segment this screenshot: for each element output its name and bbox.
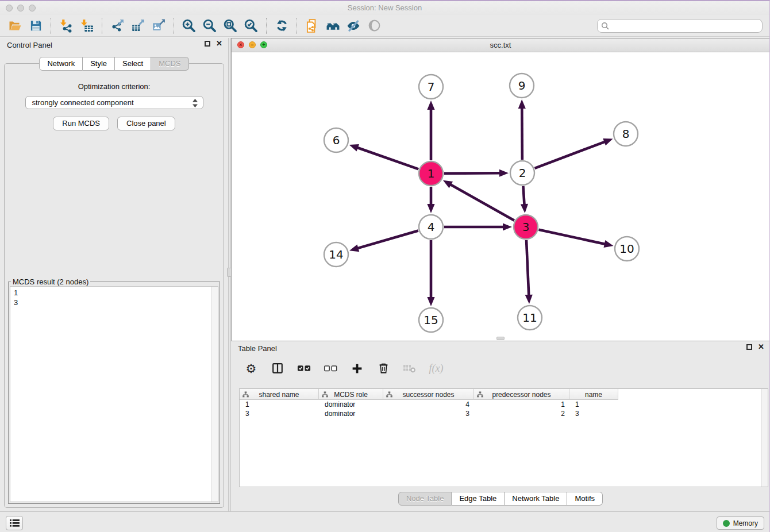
mcds-result-group: MCDS result (2 nodes) 1 3 (8, 277, 220, 504)
select-all-columns-button[interactable] (297, 360, 311, 377)
import-table-button[interactable] (76, 17, 97, 35)
import-network-icon (59, 18, 74, 33)
table-cell[interactable]: 3 (240, 410, 319, 418)
float-panel-icon[interactable] (205, 41, 210, 47)
graph-edge-arrowhead (525, 295, 533, 304)
zoom-selected-button[interactable] (241, 17, 261, 35)
graph-edge-3-11[interactable] (526, 240, 529, 296)
table-scrollbar[interactable] (761, 389, 768, 487)
plus-icon (351, 363, 363, 375)
first-neighbors-button[interactable] (322, 17, 343, 35)
export-network-button[interactable] (107, 17, 128, 35)
graph-edge-arrowhead (603, 138, 613, 145)
tab-style[interactable]: Style (83, 57, 115, 71)
zoom-in-icon (182, 18, 197, 33)
column-header-name[interactable]: name (569, 389, 618, 400)
save-session-button[interactable] (25, 17, 46, 35)
network-view-title: scc.txt (232, 41, 769, 49)
table-cell[interactable]: dominator (319, 400, 383, 408)
column-header-mcds-role[interactable]: MCDS role (319, 389, 383, 400)
search-input[interactable] (597, 19, 763, 33)
graph-edge-3-1[interactable] (449, 184, 514, 221)
memory-button[interactable]: Memory (717, 516, 764, 530)
export-image-button[interactable] (148, 17, 169, 35)
network-graph[interactable]: 7968124314101511 (232, 52, 769, 341)
graph-node-label-3: 3 (522, 220, 530, 234)
graph-edge-2-9[interactable] (522, 107, 522, 160)
function-builder-button[interactable]: f(x) (429, 360, 444, 377)
table-cell[interactable]: 3 (569, 410, 618, 418)
delete-table-button[interactable] (402, 360, 417, 377)
graph-edge-3-10[interactable] (538, 230, 606, 244)
show-all-button[interactable] (364, 17, 384, 35)
toggle-columns-button[interactable] (270, 360, 285, 377)
trash-icon (378, 362, 390, 375)
graph-edge-2-8[interactable] (535, 141, 606, 168)
graph-node-label-11: 11 (522, 311, 537, 325)
zoom-selected-icon (244, 18, 259, 33)
memory-label: Memory (733, 519, 758, 527)
column-header-predecessor-nodes[interactable]: predecessor nodes (474, 389, 569, 400)
close-panel-icon[interactable]: ✕ (216, 41, 222, 47)
zoom-in-button[interactable] (179, 17, 199, 35)
graph-edge-arrowhead (349, 244, 359, 252)
table-cell[interactable]: 1 (240, 400, 319, 408)
unselect-all-columns-button[interactable] (323, 360, 338, 377)
graph-edge-arrowhead (427, 297, 434, 306)
column-header-label: successor nodes (402, 391, 454, 399)
close-panel-button[interactable]: Close panel (117, 117, 175, 130)
import-network-button[interactable] (56, 17, 76, 35)
task-history-button[interactable] (6, 516, 23, 530)
dropdown-arrows-icon (192, 99, 198, 107)
graph-node-label-15: 15 (424, 313, 438, 327)
tab-mcds[interactable]: MCDS (151, 57, 188, 71)
graph-edge-arrowhead (604, 240, 614, 248)
task-list-icon (9, 519, 20, 527)
tab-node-table[interactable]: Node Table (398, 492, 452, 506)
criterion-dropdown[interactable]: strongly connected component (25, 96, 203, 109)
graph-edge-2-3[interactable] (523, 186, 524, 206)
canvas-splitter-grip[interactable] (496, 337, 505, 340)
zoom-out-button[interactable] (199, 17, 220, 35)
table-cell[interactable]: 1 (569, 400, 618, 408)
tab-edge-table[interactable]: Edge Table (452, 492, 505, 506)
delete-columns-button[interactable] (376, 360, 391, 377)
table-mode-button[interactable]: ⚙ (244, 360, 259, 377)
table-cell[interactable]: 1 (474, 400, 569, 408)
graph-edge-arrowhead (349, 144, 359, 151)
graph-edge-1-2[interactable] (444, 173, 501, 174)
zoom-fit-button[interactable] (220, 17, 241, 35)
graph-edge-4-14[interactable] (357, 230, 418, 248)
float-table-panel-icon[interactable] (746, 344, 752, 350)
export-table-button[interactable] (128, 17, 148, 35)
refresh-layout-button[interactable] (271, 17, 292, 35)
result-scrollbar[interactable] (211, 287, 218, 502)
export-table-icon (131, 18, 145, 33)
table-cell[interactable]: 4 (383, 400, 474, 408)
tab-select[interactable]: Select (115, 57, 151, 71)
column-header-successor-nodes[interactable]: successor nodes (383, 389, 474, 400)
table-row[interactable]: 3dominator323 (240, 409, 768, 418)
graph-node-label-2: 2 (519, 166, 526, 180)
network-window-titlebar: × − + scc.txt (232, 38, 769, 52)
graph-edge-1-6[interactable] (356, 147, 418, 169)
table-cell[interactable]: 2 (474, 410, 569, 418)
tab-network-table[interactable]: Network Table (505, 492, 567, 506)
create-column-button[interactable] (349, 360, 364, 377)
save-floppy-icon (29, 19, 43, 32)
table-cell[interactable]: 3 (383, 410, 474, 418)
tab-motifs[interactable]: Motifs (567, 492, 603, 506)
table-cell[interactable]: dominator (319, 410, 383, 418)
run-mcds-button[interactable]: Run MCDS (53, 117, 109, 130)
column-header-shared-name[interactable]: shared name (240, 389, 319, 400)
close-table-panel-icon[interactable]: ✕ (758, 344, 764, 350)
graph-node-label-4: 4 (428, 220, 435, 234)
mcds-result-text[interactable]: 1 3 (10, 287, 211, 502)
network-canvas[interactable]: 7968124314101511 (232, 52, 769, 341)
open-session-button[interactable] (5, 17, 25, 35)
clone-network-button[interactable] (302, 17, 322, 35)
hide-selected-button[interactable] (343, 17, 364, 35)
tab-network[interactable]: Network (39, 57, 83, 71)
table-row[interactable]: 1dominator411 (240, 400, 768, 409)
toolbar-separator (297, 18, 297, 34)
